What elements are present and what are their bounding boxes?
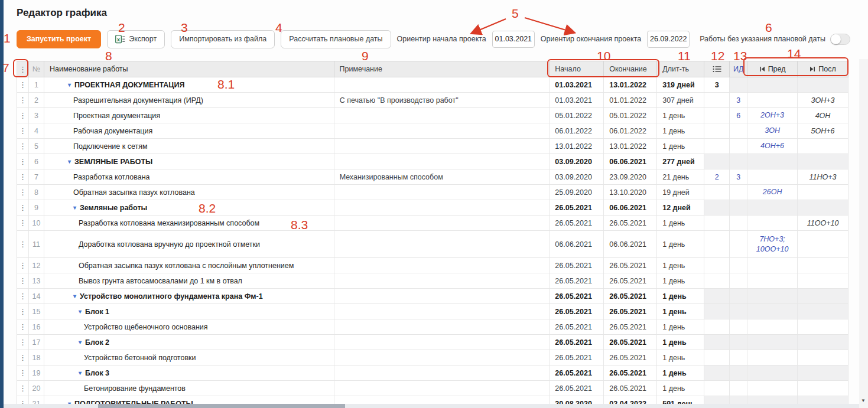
end-date-cell[interactable]: 06.06.2021 (604, 231, 657, 257)
start-date-cell[interactable]: 01.03.2021 (550, 77, 604, 92)
no-planned-date-toggle[interactable] (830, 34, 850, 45)
duration-cell[interactable]: 1 день (657, 108, 704, 123)
note-cell[interactable] (334, 289, 550, 303)
task-name-cell[interactable]: ▾ЗЕМЛЯНЫЕ РАБОТЫ (44, 154, 334, 169)
end-date-cell[interactable]: 26.05.2021 (604, 216, 657, 230)
id-cell[interactable] (730, 289, 747, 303)
links-count-cell[interactable]: 3 (704, 77, 730, 92)
export-button[interactable]: x Экспорт (107, 30, 165, 48)
predecessors-cell[interactable] (747, 77, 798, 92)
id-cell[interactable]: 3 (730, 93, 747, 107)
note-cell[interactable] (334, 365, 550, 380)
links-count-cell[interactable] (704, 319, 730, 334)
successors-cell[interactable] (798, 200, 849, 215)
note-cell[interactable]: С печатью "В производство работ" (334, 93, 550, 107)
end-date-cell[interactable]: 26.05.2021 (604, 350, 657, 365)
predecessors-cell[interactable] (747, 289, 798, 303)
predecessors-cell[interactable] (747, 319, 798, 334)
successors-cell[interactable]: 11НО+3 (798, 169, 849, 184)
scroll-down-arrow-icon[interactable]: ▼ (861, 398, 866, 403)
successors-cell[interactable] (798, 154, 849, 169)
predecessors-cell[interactable] (747, 350, 798, 365)
end-date-cell[interactable]: 13.01.2022 (604, 77, 657, 92)
end-date-cell[interactable]: 26.05.2021 (604, 304, 657, 319)
end-date-cell[interactable]: 26.05.2021 (604, 273, 657, 288)
note-cell[interactable] (334, 200, 550, 215)
links-count-cell[interactable] (704, 350, 730, 365)
row-menu-button[interactable]: ⋮ (17, 93, 29, 107)
collapse-arrow-icon[interactable]: ▾ (79, 370, 82, 376)
links-count-cell[interactable] (704, 200, 730, 215)
predecessors-cell[interactable] (747, 381, 798, 396)
successors-cell[interactable]: 5ОН+6 (798, 123, 849, 138)
id-cell[interactable] (730, 185, 747, 200)
id-cell[interactable] (730, 231, 747, 257)
start-date-cell[interactable]: 05.01.2022 (550, 108, 604, 123)
successors-cell[interactable] (798, 185, 849, 200)
predecessors-cell[interactable] (747, 216, 798, 230)
duration-cell[interactable]: 1 день (657, 289, 704, 303)
links-count-cell[interactable] (704, 108, 730, 123)
duration-cell[interactable]: 1 день (657, 365, 704, 380)
successors-cell[interactable] (798, 139, 849, 154)
links-count-cell[interactable] (704, 154, 730, 169)
start-date-cell[interactable]: 26.05.2021 (550, 350, 604, 365)
row-menu-button[interactable]: ⋮ (17, 231, 29, 257)
start-date-cell[interactable]: 26.05.2021 (550, 381, 604, 396)
import-from-file-button[interactable]: Импортировать из файла (171, 30, 275, 48)
links-count-cell[interactable] (704, 304, 730, 319)
end-date-cell[interactable]: 26.05.2021 (604, 319, 657, 334)
task-name-cell[interactable]: Рабочая документация (44, 123, 334, 138)
id-cell[interactable] (730, 139, 747, 154)
predecessors-cell[interactable] (747, 304, 798, 319)
task-name-cell[interactable]: Обратная засыпка пазух котлована с посло… (44, 258, 334, 273)
predecessors-cell[interactable] (747, 154, 798, 169)
duration-cell[interactable]: 1 день (657, 258, 704, 273)
note-cell[interactable] (334, 77, 550, 92)
note-cell[interactable] (334, 350, 550, 365)
duration-cell[interactable]: 1 день (657, 273, 704, 288)
vertical-scrollbar[interactable]: ▼ (859, 59, 868, 408)
duration-cell[interactable]: 319 дней (657, 77, 704, 92)
end-date-cell[interactable]: 13.10.2020 (604, 185, 657, 200)
predecessors-cell[interactable]: 7НО+3; 10ОО+10 (747, 231, 798, 257)
task-name-cell[interactable]: ▾Блок 3 (44, 365, 334, 380)
links-count-cell[interactable] (704, 381, 730, 396)
successors-cell[interactable] (798, 381, 849, 396)
successors-cell[interactable]: 3ОН+3 (798, 93, 849, 107)
task-name-cell[interactable]: Вывоз грунта автосамосвалами до 1 км в о… (44, 273, 334, 288)
row-menu-button[interactable]: ⋮ (17, 319, 29, 334)
collapse-arrow-icon[interactable]: ▾ (68, 158, 71, 165)
end-date-cell[interactable]: 26.05.2021 (604, 258, 657, 273)
start-date-cell[interactable]: 26.05.2021 (550, 273, 604, 288)
predecessors-cell[interactable]: 3ОН (747, 123, 798, 138)
end-date-cell[interactable]: 26.05.2021 (604, 381, 657, 396)
duration-cell[interactable]: 1 день (657, 231, 704, 257)
task-name-cell[interactable]: ▾ПРОЕКТНАЯ ДОКУМЕНТАЦИЯ (44, 77, 334, 92)
end-date-cell[interactable]: 26.05.2021 (604, 289, 657, 303)
id-cell[interactable] (730, 258, 747, 273)
task-name-cell[interactable]: Проектная документация (44, 108, 334, 123)
row-menu-button[interactable]: ⋮ (17, 289, 29, 303)
start-date-cell[interactable]: 25.09.2020 (550, 185, 604, 200)
successors-cell[interactable] (798, 289, 849, 303)
task-name-cell[interactable]: Устройство щебеночного основания (44, 319, 334, 334)
row-menu-button[interactable]: ⋮ (17, 108, 29, 123)
row-menu-button[interactable]: ⋮ (17, 365, 29, 380)
start-date-cell[interactable]: 03.09.2020 (550, 169, 604, 184)
start-date-cell[interactable]: 06.01.2022 (550, 123, 604, 138)
successors-cell[interactable] (798, 231, 849, 257)
duration-cell[interactable]: 21 день (657, 169, 704, 184)
row-menu-button[interactable]: ⋮ (17, 200, 29, 215)
start-date-cell[interactable]: 26.05.2021 (550, 289, 604, 303)
row-menu-button[interactable]: ⋮ (17, 273, 29, 288)
id-cell[interactable]: 3 (730, 169, 747, 184)
predecessors-cell[interactable] (747, 93, 798, 107)
predecessors-cell[interactable]: 4ОН+6 (747, 139, 798, 154)
links-count-cell[interactable] (704, 335, 730, 350)
task-name-cell[interactable]: Разрешительная документация (ИРД) (44, 93, 334, 107)
duration-cell[interactable]: 307 дней (657, 93, 704, 107)
successors-cell[interactable]: 4ОН (798, 108, 849, 123)
start-date-cell[interactable]: 06.06.2021 (550, 231, 604, 257)
successors-cell[interactable] (798, 350, 849, 365)
